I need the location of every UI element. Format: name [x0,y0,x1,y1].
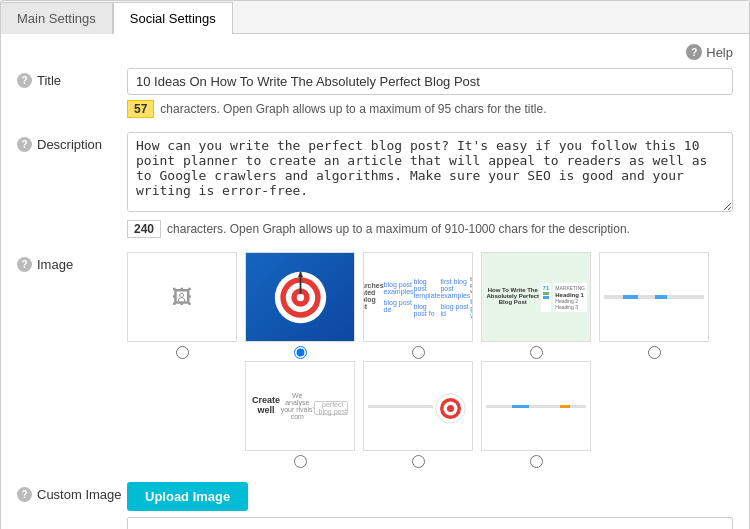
radio-row-7 [530,455,543,468]
bullseye-svg [273,270,328,325]
title-char-count-row: 57 characters. Open Graph allows up to a… [127,100,733,118]
help-row: ? Help [17,44,733,60]
upload-image-button[interactable]: Upload Image [127,482,248,511]
image-radio-4[interactable] [648,346,661,359]
description-char-count-row: 240 characters. Open Graph allows up to … [127,220,733,238]
image-option-2[interactable]: Searches related to blog post blog post … [363,252,473,359]
image-row-2: Create well We analyse your rivals' com … [127,361,733,468]
description-field: How can you write the perfect blog post?… [127,132,733,238]
image-field: 🖼 [127,252,733,468]
svg-point-4 [296,293,303,300]
image-option-7[interactable] [481,361,591,468]
image-label: ? Image [17,252,127,272]
title-help-icon[interactable]: ? [17,73,32,88]
image-thumb-7 [481,361,591,451]
radio-row-0 [176,346,189,359]
tab-social-settings[interactable]: Social Settings [113,2,233,34]
svg-point-10 [447,405,454,412]
custom-image-label: ? Custom Image [17,482,127,502]
help-label: Help [706,45,733,60]
tab-main-settings[interactable]: Main Settings [1,2,113,34]
radio-row-5 [294,455,307,468]
title-char-note: characters. Open Graph allows up to a ma… [160,102,546,116]
createwell-text1: Create well [252,395,280,415]
image-thumb-5: Create well We analyse your rivals' com … [245,361,355,451]
description-help-icon[interactable]: ? [17,137,32,152]
custom-image-row: ? Custom Image Upload Image [17,482,733,529]
image-option-1[interactable] [245,252,355,359]
image-thumb-4 [599,252,709,342]
title-field: 57 characters. Open Graph allows up to a… [127,68,733,118]
custom-image-help-icon[interactable]: ? [17,487,32,502]
custom-image-preview [127,517,733,529]
image-radio-2[interactable] [412,346,425,359]
image-thumb-1 [245,252,355,342]
radio-row-3 [530,346,543,359]
radio-row-1 [294,346,307,359]
empty-image-icon: 🖼 [172,286,192,309]
image-option-6[interactable] [363,361,473,468]
help-icon: ? [686,44,702,60]
help-link[interactable]: ? Help [686,44,733,60]
image-spacer [127,361,237,468]
image-row: ? Image 🖼 [17,252,733,468]
title-char-badge: 57 [127,100,154,118]
createwell-text2: We analyse your rivals' com [280,392,314,420]
small-bullseye-svg [433,391,468,426]
radio-row-6 [412,455,425,468]
settings-panel: Main Settings Social Settings ? Help ? T… [0,0,750,529]
content-area: ? Help ? Title 57 characters. Open Graph… [1,34,749,529]
title-input[interactable] [127,68,733,95]
image-radio-3[interactable] [530,346,543,359]
image-thumb-6 [363,361,473,451]
image-thumb-2: Searches related to blog post blog post … [363,252,473,342]
image-help-icon[interactable]: ? [17,257,32,272]
image-radio-0[interactable] [176,346,189,359]
image-radio-7[interactable] [530,455,543,468]
description-row: ? Description How can you write the perf… [17,132,733,238]
title-label: ? Title [17,68,127,88]
image-radio-1[interactable] [294,346,307,359]
description-char-note: characters. Open Graph allows up to a ma… [167,222,630,236]
custom-image-field: Upload Image [127,482,733,529]
description-textarea[interactable]: How can you write the perfect blog post?… [127,132,733,212]
description-char-badge: 240 [127,220,161,238]
image-thumb-0: 🖼 [127,252,237,342]
image-option-0[interactable]: 🖼 [127,252,237,359]
image-radio-6[interactable] [412,455,425,468]
tabs-bar: Main Settings Social Settings [1,1,749,34]
image-option-4[interactable] [599,252,709,359]
title-row: ? Title 57 characters. Open Graph allows… [17,68,733,118]
image-thumb-3: How To Write The Absolutely Perfect Blog… [481,252,591,342]
description-label: ? Description [17,132,127,152]
image-option-5[interactable]: Create well We analyse your rivals' com … [245,361,355,468]
image-radio-5[interactable] [294,455,307,468]
radio-row-2 [412,346,425,359]
image-option-3[interactable]: How To Write The Absolutely Perfect Blog… [481,252,591,359]
radio-row-4 [648,346,661,359]
